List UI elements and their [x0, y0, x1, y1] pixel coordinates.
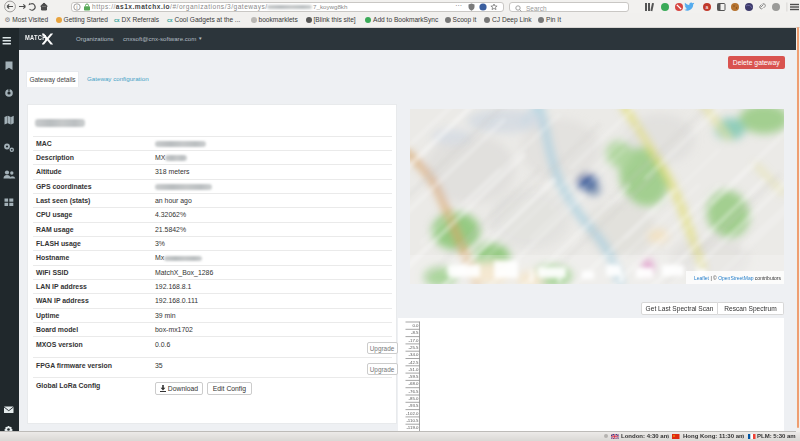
svg-text:-59.5: -59.5 — [408, 374, 419, 379]
svg-text:-93.5: -93.5 — [408, 403, 419, 408]
svg-text:-25.5: -25.5 — [408, 345, 419, 350]
svg-text:i: i — [76, 4, 77, 10]
svg-text:-17.0: -17.0 — [408, 338, 419, 343]
svg-text:-68.0: -68.0 — [408, 381, 419, 386]
svg-text:-85.0: -85.0 — [408, 396, 419, 401]
svg-text:-34.0: -34.0 — [408, 352, 419, 357]
svg-text:-119.0: -119.0 — [406, 425, 419, 430]
svg-text:a: a — [706, 4, 709, 10]
svg-text:-76.5: -76.5 — [408, 389, 419, 394]
svg-text:-102.0: -102.0 — [406, 411, 419, 416]
svg-text:-42.5: -42.5 — [408, 360, 419, 365]
svg-text:Leaflet | © OpenStreetMap cont: Leaflet | © OpenStreetMap contributors — [694, 275, 781, 281]
svg-text:-8.5: -8.5 — [411, 330, 419, 335]
svg-text:-110.5: -110.5 — [406, 418, 419, 423]
svg-text:0.0: 0.0 — [412, 323, 419, 328]
svg-text:-51.0: -51.0 — [408, 367, 419, 372]
